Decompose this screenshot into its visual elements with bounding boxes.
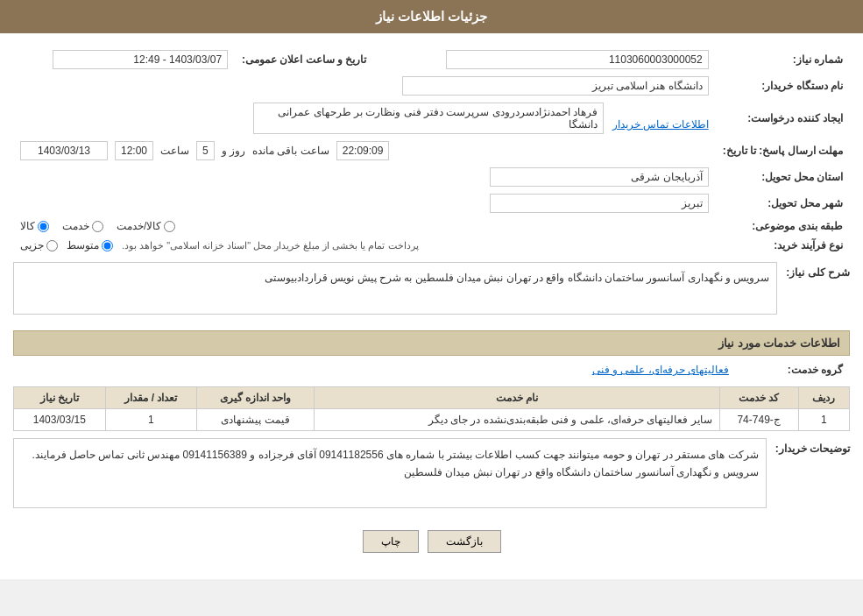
sharh-label: شرح کلی نیاز: [786,262,850,279]
shahr-cell: تبریز [13,190,716,216]
radio-jozi-input[interactable] [46,240,58,251]
farayand-note: پرداخت تمام یا بخشی از مبلغ خریدار محل "… [122,240,419,251]
radio-khadamat-input[interactable] [92,221,103,232]
cell-tarikh: 1403/03/15 [14,409,106,431]
col-radif: ردیف [798,387,849,409]
mohlat-label: مهلت ارسال پاسخ: تا تاریخ: [716,138,850,164]
page-title: جزئیات اطلاعات نیاز [376,9,487,24]
radio-motevaset[interactable]: متوسط [67,239,113,251]
col-tarikh: تاریخ نیاز [14,387,106,409]
tabaqe-radio-group: کالا/خدمت خدمت کالا [20,220,709,232]
ostan-value: آذربایجان شرقی [490,167,709,187]
col-vahed: واحد اندازه گیری [197,387,315,409]
print-button[interactable]: چاپ [363,530,419,553]
roz-label: روز و [222,145,245,157]
page-header: جزئیات اطلاعات نیاز [0,0,863,33]
announce-label: تاریخ و ساعت اعلان عمومی: [235,46,373,73]
ostan-cell: آذربایجان شرقی [13,164,716,190]
shomara-niaz-cell: 1103060003000052 [391,46,715,73]
cell-tedad: 1 [105,409,196,431]
announce-value: 1403/03/07 - 12:49 [53,50,228,69]
services-table: ردیف کد خدمت نام خدمت واحد اندازه گیری ت… [13,386,850,431]
cell-kod: ج-749-74 [719,409,798,431]
mande-label: ساعت باقی مانده [252,145,329,157]
goroh-table: گروه خدمت: فعالیتهای حرفه‌ای، علمی و فنی [13,360,850,379]
tozi-label: توضیحات خریدار: [775,438,850,455]
radio-jozi[interactable]: جزیی [20,239,58,251]
tozi-row: توضیحات خریدار: شرکت های مستقر در تهران … [13,438,850,517]
tabaqe-label: طبقه بندی موضوعی: [716,216,850,236]
col-kod: کد خدمت [719,387,798,409]
ijad-konande-link[interactable]: اطلاعات تماس خریدار [612,118,709,131]
roz-value: 5 [196,141,215,160]
nam-dastgah-label: نام دستگاه خریدار: [716,73,850,99]
table-row: 1 ج-749-74 سایر فعالیتهای حرفه‌ای، علمی … [14,409,850,431]
noee-farayand-cell: پرداخت تمام یا بخشی از مبلغ خریدار محل "… [13,236,716,255]
col-name: نام خدمت [314,387,719,409]
goroh-value[interactable]: فعالیتهای حرفه‌ای، علمی و فنی [592,364,729,376]
cell-radif: 1 [798,409,849,431]
radio-kala-khadamat-label: کالا/خدمت [117,220,161,232]
ijad-konande-cell: اطلاعات تماس خریدار فرهاد احمدنژادسردرود… [13,99,716,138]
radio-motevaset-input[interactable] [102,240,113,251]
sharh-row: شرح کلی نیاز: سرویس و نگهداری آسانسور سا… [13,262,850,322]
shomara-niaz-value: 1103060003000052 [446,50,709,69]
goroh-cell: فعالیتهای حرفه‌ای، علمی و فنی [13,360,736,379]
back-button[interactable]: بازگشت [428,530,501,553]
tozi-value: شرکت های مستقر در تهران و حومه میتوانند … [13,438,767,508]
radio-khadamat[interactable]: خدمت [62,220,103,232]
nam-dastgah-cell: دانشگاه هنر اسلامی تبریز [13,73,716,99]
radio-kala-input[interactable] [38,221,49,232]
saat-value: 12:00 [115,141,153,160]
radio-motevaset-label: متوسط [67,239,99,251]
top-info-table: شماره نیاز: 1103060003000052 تاریخ و ساع… [13,46,850,255]
saat-label: ساعت [160,145,189,157]
col-tedad: تعداد / مقدار [105,387,196,409]
page-wrapper: جزئیات اطلاعات نیاز شماره نیاز: 11030600… [0,0,863,579]
button-row: بازگشت چاپ [13,530,850,553]
sharh-value: سرویس و نگهداری آسانسور ساختمان دانشگاه … [13,262,777,315]
radio-jozi-label: جزیی [20,239,44,251]
noee-farayand-label: نوع فرآیند خرید: [716,236,850,255]
radio-kala-label: کالا [20,220,35,232]
shahr-label: شهر محل تحویل: [716,190,850,216]
ijad-konande-label: ایجاد کننده درخواست: [716,99,850,138]
radio-khadamat-label: خدمت [62,220,89,232]
content-area: شماره نیاز: 1103060003000052 تاریخ و ساع… [0,33,863,579]
mande-value: 22:09:09 [336,141,390,160]
shomara-niaz-label: شماره نیاز: [716,46,850,73]
goroh-label: گروه خدمت: [736,360,850,379]
date-value: 1403/03/13 [20,141,108,160]
nam-dastgah-value: دانشگاه هنر اسلامی تبریز [402,76,709,96]
tabaqe-cell: کالا/خدمت خدمت کالا [13,216,716,236]
shahr-value: تبریز [490,194,709,213]
announce-cell: 1403/03/07 - 12:49 [13,46,235,73]
radio-kala[interactable]: کالا [20,220,49,232]
cell-vahed: قیمت پیشنهادی [197,409,315,431]
ostan-label: استان محل تحویل: [716,164,850,190]
cell-name: سایر فعالیتهای حرفه‌ای، علمی و فنی طبقه‌… [314,409,719,431]
khadamat-section-header: اطلاعات خدمات مورد نیاز [13,330,850,356]
radio-kala-khadamat[interactable]: کالا/خدمت [117,220,175,232]
ijad-konande-value: فرهاد احمدنژادسردرودی سرپرست دفتر فنی ون… [253,103,604,134]
radio-kala-khadamat-input[interactable] [164,221,175,232]
mohlat-row: 22:09:09 ساعت باقی مانده روز و 5 ساعت 12… [13,138,716,164]
